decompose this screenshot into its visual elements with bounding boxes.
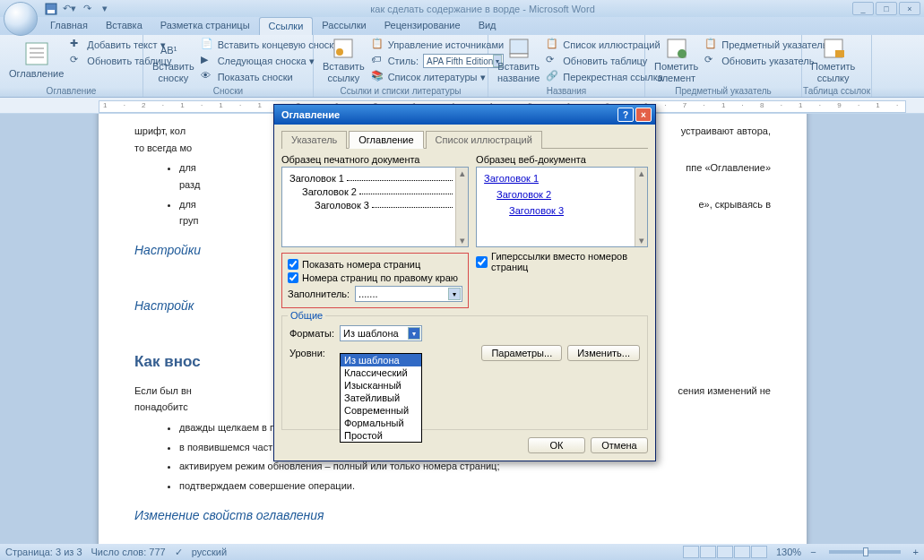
office-button[interactable] xyxy=(4,2,38,36)
group-toc-label: Оглавление xyxy=(0,86,142,96)
maximize-button[interactable]: □ xyxy=(876,2,897,15)
toc-dialog: Оглавление ? × Указатель Оглавление Спис… xyxy=(273,104,656,461)
redo-icon[interactable]: ↷ xyxy=(79,1,95,17)
draft-view[interactable] xyxy=(751,546,767,558)
cancel-button[interactable]: Отмена xyxy=(591,437,648,453)
svg-point-12 xyxy=(678,49,687,58)
web-preview-box: Заголовок 1 Заголовок 2 Заголовок 3 ▴▾ xyxy=(476,167,648,247)
options-highlight-box: Показать номера страниц Номера страниц п… xyxy=(281,253,469,308)
format-option[interactable]: Формальный xyxy=(341,417,421,429)
mark-entry-button[interactable]: Пометить элемент xyxy=(651,37,702,83)
zoom-out-button[interactable]: − xyxy=(810,547,816,557)
tab-references[interactable]: Ссылки xyxy=(259,17,314,35)
tab-layout[interactable]: Разметка страницы xyxy=(151,17,259,35)
refresh-icon: ⟳ xyxy=(70,54,84,68)
web-link-3[interactable]: Заголовок 3 xyxy=(484,205,640,216)
insert-citation-button[interactable]: Вставить ссылку xyxy=(319,37,368,83)
toc-button[interactable]: Оглавление xyxy=(5,37,67,83)
qat-customize-icon[interactable]: ▾ xyxy=(97,1,113,17)
outline-view[interactable] xyxy=(734,546,750,558)
citation-icon xyxy=(329,36,358,61)
zoom-slider[interactable] xyxy=(829,550,901,554)
general-fieldset: Общие Форматы: Из шаблона▾ Уровни: Из ша… xyxy=(281,315,648,430)
print-preview-box: Заголовок 11 Заголовок 23 Заголовок 35 ▴… xyxy=(281,167,469,247)
formats-dropdown-list[interactable]: Из шаблона Классический Изысканный Затей… xyxy=(340,353,422,443)
tab-review[interactable]: Рецензирование xyxy=(376,17,470,35)
web-link-2[interactable]: Заголовок 2 xyxy=(484,189,640,200)
authorities-icon xyxy=(819,36,848,61)
scrollbar[interactable]: ▴▾ xyxy=(455,168,468,246)
svg-rect-2 xyxy=(26,43,47,65)
leader-select[interactable]: .......▾ xyxy=(355,286,462,302)
index-icon xyxy=(662,36,691,61)
zoom-in-button[interactable]: + xyxy=(913,547,919,557)
right-align-checkbox[interactable]: Номера страниц по правому краю xyxy=(288,272,462,283)
undo-icon[interactable]: ↶▾ xyxy=(61,1,77,17)
save-icon[interactable] xyxy=(43,1,59,17)
tab-home[interactable]: Главная xyxy=(41,17,97,35)
group-citations-label: Ссылки и списки литературы xyxy=(314,86,488,96)
svg-rect-14 xyxy=(835,50,844,57)
caption-icon xyxy=(505,36,533,61)
tab-insert[interactable]: Вставка xyxy=(97,17,151,35)
ribbon-tabs: Главная Вставка Разметка страницы Ссылки… xyxy=(0,17,924,35)
citation-style-select[interactable]: 🏷Стиль:APA Fifth Edition▾ xyxy=(368,53,506,69)
formats-label: Форматы: xyxy=(289,328,334,339)
spell-check-icon[interactable]: ✓ xyxy=(175,547,183,558)
formats-select[interactable]: Из шаблона▾ xyxy=(340,325,422,341)
format-option[interactable]: Современный xyxy=(341,404,421,417)
dialog-title: Оглавление xyxy=(278,109,616,120)
format-option[interactable]: Из шаблона xyxy=(341,354,421,366)
format-option[interactable]: Простой xyxy=(341,429,421,442)
format-option[interactable]: Изысканный xyxy=(341,379,421,392)
print-layout-view[interactable] xyxy=(683,546,699,558)
svg-rect-7 xyxy=(334,39,352,57)
footnote-icon: AB¹ xyxy=(159,36,187,61)
dialog-tab-index[interactable]: Указатель xyxy=(281,131,347,149)
list-item: подтверждаем совершение операции. xyxy=(179,478,771,495)
manage-sources-button[interactable]: 📋Управление источниками xyxy=(368,37,506,53)
view-buttons xyxy=(683,546,767,558)
page-status[interactable]: Страница: 3 из 3 xyxy=(5,547,82,557)
levels-label: Уровни: xyxy=(289,348,334,358)
group-footnotes-label: Сноски xyxy=(143,86,313,96)
language-status[interactable]: русский xyxy=(192,547,227,557)
toc-icon xyxy=(22,39,51,68)
hyperlinks-checkbox[interactable]: Гиперссылки вместо номеров страниц xyxy=(476,251,648,272)
scrollbar[interactable]: ▴▾ xyxy=(635,168,647,246)
close-button[interactable]: × xyxy=(899,2,920,15)
full-screen-view[interactable] xyxy=(700,546,716,558)
web-layout-view[interactable] xyxy=(717,546,733,558)
web-preview-label: Образец веб-документа xyxy=(476,154,648,165)
web-link-1[interactable]: Заголовок 1 xyxy=(484,173,640,184)
bibliography-button[interactable]: 📚Список литературы ▾ xyxy=(368,69,506,85)
svg-text:AB¹: AB¹ xyxy=(160,45,177,56)
tab-mailings[interactable]: Рассылки xyxy=(313,17,375,35)
print-preview-label: Образец печатного документа xyxy=(281,154,469,165)
dialog-titlebar[interactable]: Оглавление ? × xyxy=(274,105,655,125)
modify-button[interactable]: Изменить... xyxy=(567,345,640,361)
minimize-button[interactable]: _ xyxy=(852,2,874,15)
format-option[interactable]: Классический xyxy=(341,366,421,379)
mark-citation-button[interactable]: Пометить ссылку xyxy=(807,37,859,83)
tab-view[interactable]: Вид xyxy=(470,17,505,35)
general-legend: Общие xyxy=(288,310,325,321)
ok-button[interactable]: ОК xyxy=(528,437,585,453)
titlebar: ↶▾ ↷ ▾ как сделать содержание в ворде - … xyxy=(0,0,924,17)
dialog-help-button[interactable]: ? xyxy=(617,108,634,122)
dialog-tab-illustrations[interactable]: Список иллюстраций xyxy=(426,131,542,149)
dialog-close-button[interactable]: × xyxy=(635,108,652,122)
zoom-level[interactable]: 130% xyxy=(776,547,801,557)
parameters-button[interactable]: Параметры... xyxy=(481,345,562,361)
quick-access-toolbar: ↶▾ ↷ ▾ xyxy=(43,1,113,17)
dialog-tab-toc[interactable]: Оглавление xyxy=(349,131,423,149)
insert-footnote-button[interactable]: AB¹ Вставить сноску xyxy=(149,37,198,83)
word-count[interactable]: Число слов: 777 xyxy=(91,547,166,557)
leader-label: Заполнитель: xyxy=(288,289,350,299)
group-captions-label: Названия xyxy=(488,86,644,96)
format-option[interactable]: Затейливый xyxy=(341,392,421,404)
window-title: как сделать содержание в ворде - Microso… xyxy=(113,4,852,14)
show-page-numbers-checkbox[interactable]: Показать номера страниц xyxy=(288,259,462,270)
svg-rect-9 xyxy=(510,39,528,54)
insert-caption-button[interactable]: Вставить название xyxy=(494,37,543,83)
